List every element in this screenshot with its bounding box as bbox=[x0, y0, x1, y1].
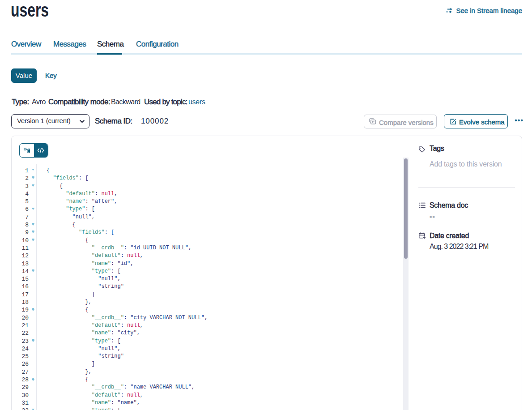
svg-text:users: users bbox=[11, 0, 49, 21]
